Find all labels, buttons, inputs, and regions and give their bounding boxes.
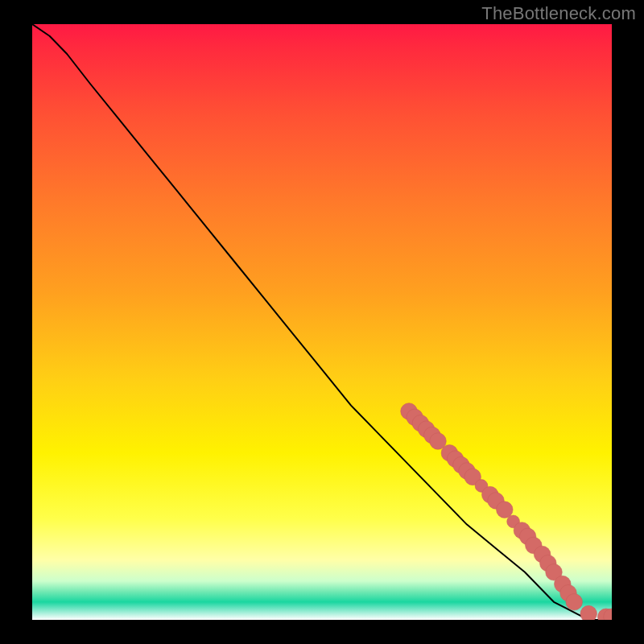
plot-svg [32, 24, 612, 620]
data-marker [497, 502, 514, 518]
plot-area [32, 24, 612, 620]
data-marker [566, 594, 583, 611]
data-marker [580, 605, 597, 620]
attribution-label: TheBottleneck.com [481, 3, 636, 24]
chart-frame: TheBottleneck.com [0, 0, 644, 644]
